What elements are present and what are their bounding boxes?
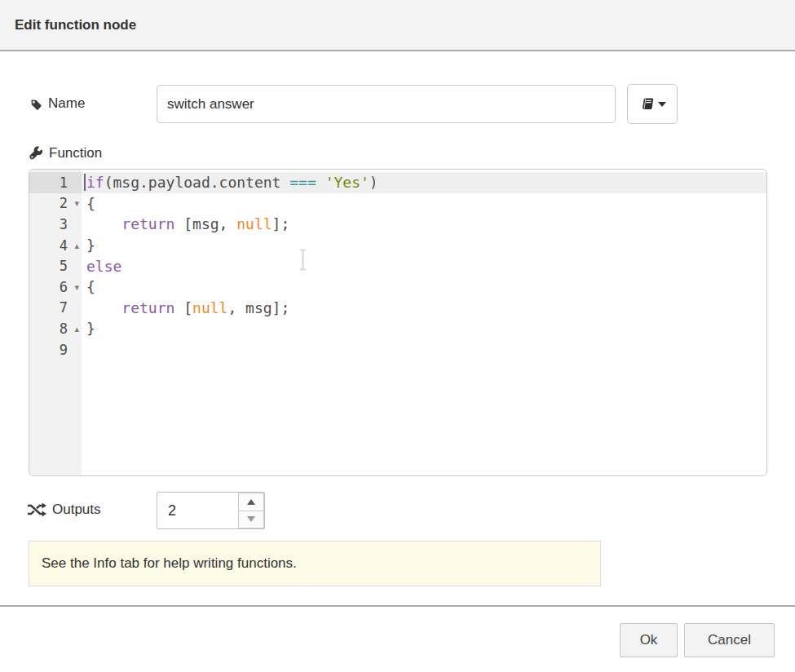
wrench-icon	[29, 146, 43, 161]
line-number: 8▴	[29, 318, 82, 339]
arrow-up-icon	[247, 499, 255, 505]
code-line-content[interactable]: }	[82, 235, 766, 256]
line-number: 4▴	[29, 235, 82, 256]
caret-down-icon	[658, 102, 666, 107]
code-line[interactable]: 4▴}	[29, 235, 766, 256]
spinner-down-button[interactable]	[238, 511, 264, 529]
info-tip: See the Info tab for help writing functi…	[29, 541, 601, 586]
fold-end-icon[interactable]: ▴	[74, 324, 79, 333]
code-token-plain: }	[86, 237, 95, 254]
code-editor[interactable]: 1if(msg.payload.content === 'Yes')2▾{3 r…	[29, 169, 767, 476]
edit-function-node-dialog: { "colors": { "header_bg": "#f3f3f3", "d…	[0, 0, 795, 672]
code-line[interactable]: 8▴}	[29, 318, 766, 339]
code-line-content[interactable]: if(msg.payload.content === 'Yes')	[82, 172, 766, 193]
code-token-constant: null	[236, 215, 272, 232]
line-number: 9	[29, 339, 82, 360]
function-label-text: Function	[49, 145, 102, 161]
code-line[interactable]: 3 return [msg, null];	[29, 214, 766, 235]
code-token-keyword: if	[86, 174, 104, 191]
line-number-text: 7	[60, 299, 68, 316]
library-button[interactable]	[627, 84, 678, 124]
name-label: Name	[29, 95, 85, 112]
name-input[interactable]	[157, 85, 616, 123]
tag-icon	[29, 97, 42, 111]
code-line[interactable]: 2▾{	[29, 193, 766, 214]
code-line-content[interactable]: else	[82, 255, 766, 276]
code-line[interactable]: 7 return [null, msg];	[29, 298, 766, 319]
code-line-content[interactable]: {	[82, 276, 766, 298]
code-line-content[interactable]: {	[82, 193, 766, 214]
code-token-keyword: else	[86, 258, 121, 275]
fold-open-icon[interactable]: ▾	[74, 282, 79, 291]
arrow-down-icon	[247, 516, 255, 522]
code-line[interactable]: 1if(msg.payload.content === 'Yes')	[29, 172, 766, 193]
code-token-plain: }	[86, 320, 95, 337]
ok-button[interactable]: Ok	[620, 623, 678, 657]
function-label: Function	[29, 145, 102, 161]
dialog-title: Edit function node	[0, 17, 136, 33]
name-label-text: Name	[48, 95, 85, 112]
line-number-text: 2	[60, 195, 68, 211]
line-number-text: 4	[60, 237, 68, 254]
code-line[interactable]: 5else	[29, 255, 766, 276]
line-number-text: 9	[60, 342, 68, 358]
code-line-content[interactable]: return [null, msg];	[82, 298, 766, 319]
outputs-spinner	[157, 492, 265, 529]
outputs-label: Outputs	[27, 502, 101, 518]
code-token-plain	[316, 174, 325, 191]
code-token-plain: (msg.payload.content	[104, 174, 290, 191]
outputs-label-text: Outputs	[52, 502, 101, 518]
book-icon	[639, 97, 654, 112]
code-token-constant: null	[192, 299, 227, 316]
line-number-text: 3	[60, 216, 68, 232]
code-token-plain: {	[86, 278, 95, 295]
code-token-plain: , msg];	[227, 299, 289, 316]
code-token-plain: )	[369, 174, 378, 191]
line-number-text: 8	[60, 321, 68, 337]
line-number: 3	[29, 214, 82, 235]
code-token-operator: ===	[289, 174, 316, 191]
line-number: 5	[29, 255, 82, 276]
code-line-content[interactable]: }	[82, 318, 766, 339]
spinner-up-button[interactable]	[238, 493, 264, 511]
code-token-plain: {	[86, 195, 95, 212]
code-line-content[interactable]: return [msg, null];	[82, 214, 766, 235]
line-number: 7	[29, 298, 82, 319]
line-number: 6▾	[29, 276, 82, 298]
random-icon	[27, 502, 46, 517]
dialog-header: Edit function node	[0, 0, 795, 51]
code-line-content[interactable]	[82, 339, 766, 360]
code-token-keyword: return	[121, 215, 174, 232]
code-token-plain: [msg,	[174, 215, 236, 232]
code-token-plain: ];	[272, 215, 290, 232]
code-token-plain: [	[174, 299, 192, 316]
outputs-input[interactable]	[157, 493, 238, 528]
line-number: 1	[29, 172, 82, 193]
line-number: 2▾	[29, 193, 82, 214]
code-token-plain	[86, 215, 121, 232]
fold-open-icon[interactable]: ▾	[74, 199, 79, 208]
cancel-button[interactable]: Cancel	[684, 623, 775, 657]
footer-divider	[0, 605, 795, 607]
code-editor-lines: 1if(msg.payload.content === 'Yes')2▾{3 r…	[29, 172, 766, 360]
code-line[interactable]: 6▾{	[29, 276, 766, 298]
editor-caret	[84, 174, 86, 191]
code-token-plain	[86, 299, 121, 316]
line-number-text: 1	[60, 175, 68, 191]
fold-end-icon[interactable]: ▴	[74, 241, 79, 250]
spinner-buttons	[238, 493, 264, 528]
info-tip-text: See the Info tab for help writing functi…	[42, 555, 297, 572]
code-token-keyword: return	[121, 299, 174, 316]
code-line[interactable]: 9	[29, 339, 766, 360]
line-number-text: 5	[60, 258, 68, 274]
line-number-text: 6	[60, 279, 68, 295]
code-token-string: 'Yes'	[325, 174, 369, 191]
